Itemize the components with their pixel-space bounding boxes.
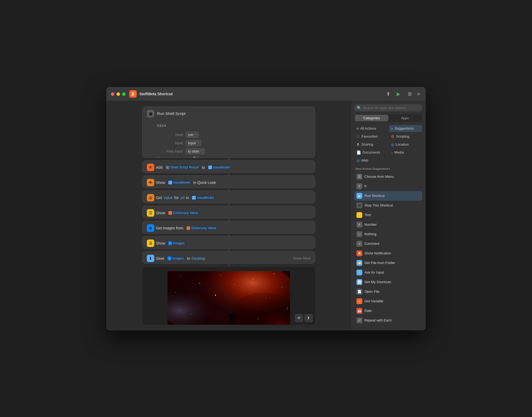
connector-3 bbox=[228, 189, 229, 191]
cat-documents[interactable]: 📄 Documents bbox=[354, 149, 388, 156]
cat-location[interactable]: ◎ Location bbox=[389, 141, 422, 148]
nasa-model-var-2[interactable]: x nasaModel bbox=[167, 180, 192, 185]
nasa-model-var-1[interactable]: x nasaModel bbox=[207, 165, 232, 170]
suggestion-set-variable[interactable]: x Set Variable bbox=[354, 325, 422, 327]
close-button[interactable] bbox=[111, 92, 114, 96]
dict-value-var-2[interactable]: ☰ Dictionary Value bbox=[185, 226, 218, 230]
cat-suggestions[interactable]: + Suggestions bbox=[389, 125, 422, 132]
repeat-icon: ↺ bbox=[356, 317, 362, 323]
nasa-code: nasa bbox=[157, 122, 311, 130]
show-images-text: Show bbox=[156, 241, 165, 245]
suggestion-number[interactable]: # Number bbox=[354, 220, 422, 229]
input-arrow-icon: ⌃ bbox=[197, 142, 199, 144]
suggestion-get-variable[interactable]: x Get Variable bbox=[354, 296, 422, 306]
suggestion-get-file[interactable]: 📁 Get File from Folder bbox=[354, 258, 422, 268]
suggestion-show-notification[interactable]: 🔔 Show Notification bbox=[354, 249, 422, 258]
cat-sharing[interactable]: ⬆ Sharing bbox=[354, 141, 388, 148]
nebula-image bbox=[168, 271, 290, 325]
editor-area[interactable]: ▦ Run Shell Script nasa Shell: zsh ⌃ Inp… bbox=[107, 101, 351, 330]
get-images-row: ⊕ Get images from ☰ Dictionary Value bbox=[143, 221, 315, 234]
show-notification-label: Show Notification bbox=[364, 251, 391, 255]
share-image-button[interactable]: ⬆ bbox=[305, 314, 313, 322]
suggestion-comment[interactable]: ≡ Comment bbox=[354, 239, 422, 249]
preview-button[interactable]: 👁 bbox=[295, 314, 303, 322]
suggestion-if[interactable]: If If bbox=[354, 181, 422, 191]
shell-dropdown[interactable]: zsh ⌃ bbox=[186, 132, 199, 138]
titlebar: β SwiftBeta Shortcut ⬆ ▶ ⊞ ≡ bbox=[107, 87, 425, 101]
svg-point-13 bbox=[266, 298, 266, 298]
open-file-icon: 📄 bbox=[356, 289, 362, 295]
dict-value-var-1[interactable]: ☰ Dictionary Value bbox=[167, 210, 200, 215]
suggestion-get-my-shortcuts[interactable]: ⬜ Get My Shortcuts bbox=[354, 277, 422, 287]
suggestion-repeat[interactable]: ↺ Repeat with Each bbox=[354, 316, 422, 325]
suggestion-text[interactable]: T Text bbox=[354, 210, 422, 220]
admin-toggle[interactable] bbox=[192, 156, 200, 158]
shell-script-body: nasa Shell: zsh ⌃ Input: Input ⌃ bbox=[143, 121, 315, 158]
suggestion-ask-input[interactable]: ? Ask for Input bbox=[354, 268, 422, 277]
connector-8 bbox=[228, 264, 229, 266]
svg-point-16 bbox=[287, 308, 288, 309]
date-icon: 📅 bbox=[356, 308, 362, 314]
suggestion-nothing[interactable]: □ Nothing bbox=[354, 229, 422, 239]
nasa-model-var-3[interactable]: x nasaModel bbox=[190, 195, 215, 200]
images-var[interactable]: ⊕ Images bbox=[167, 241, 186, 245]
connector-1 bbox=[228, 158, 229, 160]
number-label: Number bbox=[364, 222, 377, 226]
show-dict-icon: ☰ bbox=[147, 209, 154, 217]
pass-input-dropdown[interactable]: to stdin ⌃ bbox=[186, 148, 205, 154]
get-my-shortcuts-label: Get My Shortcuts bbox=[364, 280, 391, 284]
minimize-button[interactable] bbox=[117, 92, 120, 96]
library-button[interactable]: ⊞ bbox=[407, 90, 413, 98]
get-variable-icon: x bbox=[356, 298, 362, 304]
desktop-text[interactable]: Desktop bbox=[192, 256, 205, 261]
connector-2 bbox=[228, 174, 229, 175]
action-run-shell-script: ▦ Run Shell Script nasa Shell: zsh ⌃ Inp… bbox=[142, 106, 315, 158]
suggestion-date[interactable]: 📅 Date bbox=[354, 306, 422, 316]
titlebar-actions: ⬆ ▶ bbox=[385, 90, 401, 98]
pass-input-label: Pass Input: bbox=[157, 149, 184, 153]
action-show-dict: ☰ Show ☰ Dictionary Value bbox=[142, 206, 315, 218]
add-text-1: Add bbox=[156, 165, 163, 170]
images-icon-2: ⊕ bbox=[168, 257, 171, 260]
cat-favourites[interactable]: ♡ Favourites bbox=[354, 133, 388, 140]
url-text[interactable]: url bbox=[180, 196, 185, 200]
action-add-variable: ✕ Add ▦ Shell Script Result to x nasaMod… bbox=[142, 160, 315, 173]
window-title: SwiftBeta Shortcut bbox=[139, 92, 173, 96]
cat-media[interactable]: ♪ Media bbox=[389, 149, 422, 156]
fullscreen-button[interactable] bbox=[122, 92, 126, 96]
ask-input-icon: ? bbox=[356, 270, 362, 275]
suggestions-icon: + bbox=[391, 126, 393, 131]
search-input[interactable] bbox=[363, 106, 419, 110]
run-button[interactable]: ▶ bbox=[396, 90, 401, 98]
suggestion-open-file[interactable]: 📄 Open File bbox=[354, 287, 422, 296]
image-preview-area: 👁 ⬆ bbox=[142, 267, 315, 325]
comment-icon: ≡ bbox=[356, 241, 362, 247]
shell-script-title: Run Shell Script bbox=[157, 111, 186, 116]
show-more-button[interactable]: Show More bbox=[293, 256, 311, 260]
scripting-icon: ⚙ bbox=[391, 134, 394, 139]
ask-input-label: Ask for Input bbox=[364, 270, 384, 274]
dict-icon-2: ☰ bbox=[186, 226, 190, 230]
main-layout: ▦ Run Shell Script nasa Shell: zsh ⌃ Inp… bbox=[107, 101, 425, 330]
value-text[interactable]: Value bbox=[164, 196, 173, 200]
stop-shortcut-label: Stop This Shortcut bbox=[364, 203, 393, 207]
upload-button[interactable]: ⬆ bbox=[385, 90, 391, 98]
input-dropdown[interactable]: Input ⌃ bbox=[186, 140, 201, 146]
for-text: for bbox=[174, 196, 178, 200]
traffic-lights bbox=[111, 92, 126, 96]
settings-button[interactable]: ≡ bbox=[416, 90, 421, 98]
suggestion-choose-from-menu[interactable]: ☰ Choose from Menu bbox=[354, 172, 422, 181]
images-var-2[interactable]: ⊕ Images bbox=[166, 256, 185, 261]
tab-categories[interactable]: Categories bbox=[355, 115, 388, 121]
show-text: Show bbox=[156, 180, 165, 185]
category-list: ≡ All Actions + Suggestions ♡ Favourites… bbox=[354, 125, 422, 164]
add-inline-row: ✕ Add ▦ Shell Script Result to x nasaMod… bbox=[143, 160, 315, 173]
cat-web[interactable]: ◎ Web bbox=[354, 157, 388, 164]
suggestion-stop-shortcut[interactable]: ⬛ Stop This Shortcut bbox=[354, 201, 422, 210]
tab-apps[interactable]: Apps bbox=[388, 115, 422, 121]
cat-all-actions[interactable]: ≡ All Actions bbox=[354, 125, 388, 132]
shell-result-var[interactable]: ▦ Shell Script Result bbox=[164, 165, 200, 170]
choose-menu-label: Choose from Menu bbox=[364, 175, 394, 179]
cat-scripting[interactable]: ⚙ Scripting bbox=[389, 133, 422, 140]
suggestion-run-shortcut[interactable]: ▶ Run Shortcut bbox=[354, 191, 422, 201]
